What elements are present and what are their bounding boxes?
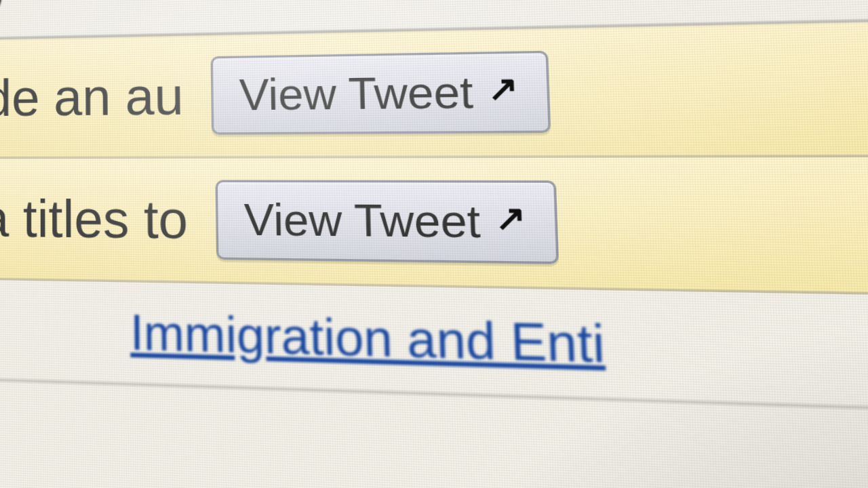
row-text-fragment: niga titles to <box>0 188 189 250</box>
row-link-fragment[interactable]: Immigration and Enti <box>130 304 606 374</box>
external-link-icon: ↗ <box>488 68 519 108</box>
list-row: niga titles to View Tweet ↗ <box>0 157 868 302</box>
view-tweet-button[interactable]: View Tweet ↗ <box>215 180 559 264</box>
row-text-fragment: made an au <box>0 66 184 128</box>
list-row: Immigration and Enti <box>0 279 868 422</box>
screen-surface: ted) made an au View Tweet ↗ niga titles… <box>0 0 868 488</box>
external-link-icon: ↗ <box>494 197 527 239</box>
button-label: View Tweet <box>239 65 474 120</box>
button-label: View Tweet <box>243 193 481 248</box>
view-tweet-button[interactable]: View Tweet ↗ <box>210 51 551 135</box>
